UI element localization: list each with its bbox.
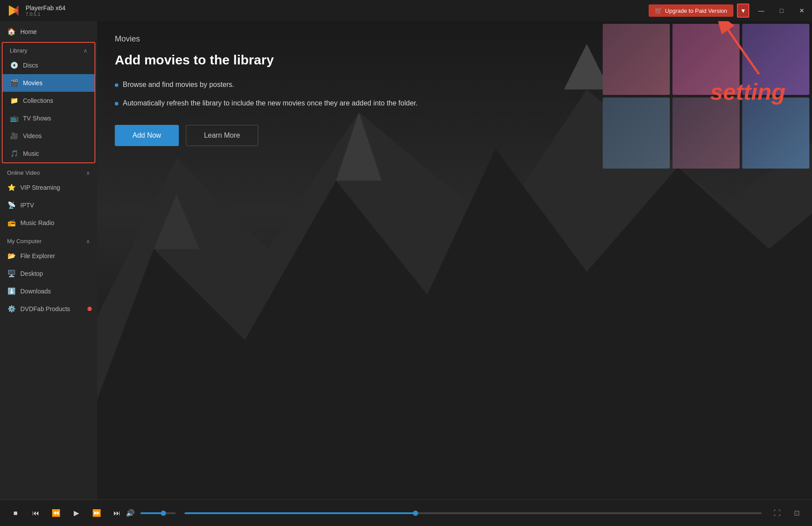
iptv-icon: 📡 (7, 201, 16, 210)
title-bar-left: PlayerFab x64 7.0.5.1 (5, 3, 65, 19)
play-button[interactable]: ▶ (70, 507, 83, 520)
upgrade-label: Upgrade to Paid Version (665, 8, 727, 14)
add-now-button[interactable]: Add Now (115, 125, 179, 146)
sidebar-item-file-explorer[interactable]: 📂 File Explorer (0, 247, 97, 265)
sidebar-item-desktop[interactable]: 🖥️ Desktop (0, 265, 97, 282)
stop-button[interactable]: ■ (9, 507, 22, 520)
stop-icon: ■ (13, 509, 18, 517)
my-computer-label: My Computer (7, 238, 42, 244)
svg-marker-1 (13, 5, 19, 16)
collections-label: Collections (23, 97, 53, 104)
online-video-section: Online Video ∧ ⭐ VIP Streaming 📡 IPTV 📻 … (0, 165, 97, 232)
disc-icon: 💿 (10, 61, 19, 70)
music-radio-icon: 📻 (7, 218, 16, 227)
desktop-icon: 🖥️ (7, 269, 16, 278)
minimize-icon: — (758, 7, 764, 14)
fast-forward-button[interactable]: ⏩ (90, 507, 103, 520)
music-icon: 🎵 (10, 149, 19, 158)
maximize-button[interactable]: □ (771, 0, 792, 21)
videos-label: Videos (23, 132, 42, 139)
title-bar: PlayerFab x64 7.0.5.1 🛒 Upgrade to Paid … (0, 0, 812, 21)
upgrade-button[interactable]: 🛒 Upgrade to Paid Version (649, 4, 733, 17)
collections-icon: 📁 (10, 96, 19, 105)
vip-streaming-label: VIP Streaming (20, 184, 60, 191)
dvdfab-label: DVDFab Products (20, 305, 70, 312)
rewind-button[interactable]: ⏪ (49, 507, 63, 520)
movie-icon: 🎬 (10, 79, 19, 87)
cart-icon: 🛒 (655, 7, 662, 14)
dvdfab-notification-dot (87, 307, 92, 311)
my-computer-section: My Computer ∧ 📂 File Explorer 🖥️ Desktop… (0, 233, 97, 300)
sidebar-item-home[interactable]: 🏠 Home (0, 21, 97, 42)
downloads-label: Downloads (20, 288, 51, 295)
bullet-text-2: Automatically refresh the library to inc… (123, 99, 418, 107)
next-track-icon: ⏭ (113, 509, 121, 517)
dropdown-arrow-icon: ▼ (740, 8, 746, 14)
mini-player-button[interactable]: ⊡ (790, 507, 803, 520)
play-icon: ▶ (74, 509, 79, 517)
progress-track[interactable] (185, 512, 762, 514)
volume-track[interactable] (140, 512, 176, 514)
volume-button[interactable]: 🔊 (124, 507, 137, 520)
online-video-chevron-icon: ∧ (86, 170, 90, 176)
upgrade-dropdown-button[interactable]: ▼ (737, 4, 749, 18)
sidebar-item-music[interactable]: 🎵 Music (3, 145, 94, 162)
volume-icon: 🔊 (126, 509, 135, 517)
prev-track-icon: ⏮ (32, 509, 39, 517)
movies-label: Movies (23, 79, 42, 86)
prev-track-button[interactable]: ⏮ (29, 507, 42, 520)
fast-forward-icon: ⏩ (92, 509, 101, 517)
maximize-icon: □ (780, 7, 783, 14)
sidebar-item-tvshows[interactable]: 📺 TV Shows (3, 109, 94, 127)
sidebar-item-dvdfab[interactable]: ⚙️ DVDFab Products (0, 300, 97, 318)
videos-icon: 🎥 (10, 132, 19, 140)
desktop-label: Desktop (20, 270, 43, 277)
mini-player-icon: ⊡ (794, 509, 800, 517)
library-section-header: Library ∧ (3, 43, 94, 56)
home-label: Home (20, 28, 37, 35)
sidebar: 🏠 Home Library ∧ 💿 Discs 🎬 Movies 📁 Coll… (0, 21, 97, 500)
sidebar-item-downloads[interactable]: ⬇️ Downloads (0, 282, 97, 300)
vip-icon: ⭐ (7, 183, 16, 192)
player-bar: ■ ⏮ ⏪ ▶ ⏩ ⏭ 🔊 (0, 500, 812, 526)
sidebar-item-discs[interactable]: 💿 Discs (3, 56, 94, 74)
player-right: ⛶ ⊡ (770, 507, 803, 520)
main-layout: 🏠 Home Library ∧ 💿 Discs 🎬 Movies 📁 Coll… (0, 21, 812, 500)
player-controls: ■ ⏮ ⏪ ▶ ⏩ ⏭ (9, 507, 124, 520)
home-icon: 🏠 (7, 27, 16, 36)
action-buttons: Add Now Learn More (115, 125, 794, 146)
minimize-button[interactable]: — (751, 0, 771, 21)
sidebar-item-collections[interactable]: 📁 Collections (3, 92, 94, 109)
close-button[interactable]: ✕ (792, 0, 812, 21)
bullet-dot-2 (115, 102, 118, 105)
volume-area: 🔊 (124, 507, 176, 520)
rewind-icon: ⏪ (52, 509, 60, 517)
tvshows-icon: 📺 (10, 114, 19, 123)
sidebar-item-movies[interactable]: 🎬 Movies (3, 74, 94, 92)
progress-fill (185, 512, 415, 514)
bullet-list: Browse and find movies by posters. Autom… (115, 81, 794, 107)
close-icon: ✕ (799, 7, 804, 14)
app-logo (5, 3, 21, 19)
online-video-label: Online Video (7, 169, 40, 176)
content-inner: Movies Add movies to the library Browse … (97, 21, 812, 159)
tvshows-label: TV Shows (23, 115, 51, 122)
sidebar-item-music-radio[interactable]: 📻 Music Radio (0, 214, 97, 232)
sidebar-item-vip-streaming[interactable]: ⭐ VIP Streaming (0, 179, 97, 196)
sidebar-item-iptv[interactable]: 📡 IPTV (0, 196, 97, 214)
progress-thumb (413, 511, 418, 516)
discs-label: Discs (23, 62, 38, 69)
file-explorer-icon: 📂 (7, 252, 16, 260)
online-video-section-header: Online Video ∧ (0, 165, 97, 179)
volume-fill (140, 512, 163, 514)
next-track-button[interactable]: ⏭ (110, 507, 124, 520)
content-area: setting Movies Add movies to the library… (97, 21, 812, 500)
volume-thumb (161, 511, 166, 516)
fullscreen-button[interactable]: ⛶ (770, 507, 784, 520)
learn-more-button[interactable]: Learn More (186, 125, 258, 146)
sidebar-item-videos[interactable]: 🎥 Videos (3, 127, 94, 145)
library-chevron-icon: ∧ (83, 48, 87, 54)
my-computer-chevron-icon: ∧ (86, 238, 90, 244)
fullscreen-icon: ⛶ (774, 509, 781, 517)
page-main-title: Add movies to the library (115, 53, 794, 68)
